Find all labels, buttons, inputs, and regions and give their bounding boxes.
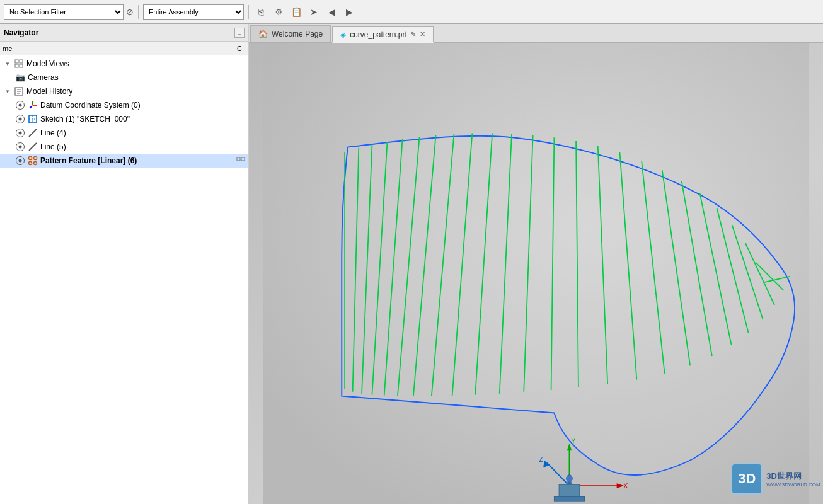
datum-icon xyxy=(28,100,38,110)
toolbar-divider-2 xyxy=(248,5,249,19)
tree-item-model-views[interactable]: ▼ Model Views xyxy=(0,57,248,71)
pattern-icon xyxy=(28,156,38,166)
tree-label-sketch: Sketch (1) "SKETCH_000" xyxy=(40,115,130,123)
tree-label-model-history: Model History xyxy=(26,87,72,96)
navigator-header: Navigator □ xyxy=(0,24,248,42)
main-layout: Navigator □ me C ▼ Model Views 📷 Cameras xyxy=(0,24,823,504)
svg-text:Y: Y xyxy=(571,437,575,445)
curve-pattern-svg: Y Z X 3D 3D世界网 WWW.3DWORLD.C xyxy=(249,43,823,504)
svg-text:Z: Z xyxy=(539,455,543,463)
toolbar-btn-4[interactable]: ➤ xyxy=(306,4,321,20)
tree-label-model-views: Model Views xyxy=(26,59,69,68)
sketch-icon xyxy=(28,114,38,124)
selection-filter-dropdown[interactable]: No Selection Filter xyxy=(4,4,124,20)
viewport: 🏠 Welcome Page ◈ curve_pattern.prt ✎ ✕ xyxy=(249,24,823,504)
tree-item-line4[interactable]: Line (4) xyxy=(0,126,248,140)
tree-label-cameras: Cameras xyxy=(28,73,59,82)
svg-rect-60 xyxy=(554,496,584,501)
toolbar-btn-3[interactable]: 📋 xyxy=(289,4,304,20)
tab-bar: 🏠 Welcome Page ◈ curve_pattern.prt ✎ ✕ xyxy=(249,24,823,43)
toolbar: No Selection Filter ⊘ Entire Assembly ⎘ … xyxy=(0,0,823,24)
svg-rect-21 xyxy=(237,158,240,161)
svg-point-18 xyxy=(34,157,37,160)
part-tab-icon: ◈ xyxy=(340,30,346,39)
navigator-tree: ▼ Model Views 📷 Cameras ▼ Model History xyxy=(0,55,248,504)
toolbar-divider-1 xyxy=(138,5,139,19)
toolbar-filter-icon: ⊘ xyxy=(126,7,134,17)
tab-part[interactable]: ◈ curve_pattern.prt ✎ ✕ xyxy=(332,26,434,43)
toolbar-btn-6[interactable]: ▶ xyxy=(342,4,357,20)
watermark-logo: 3D 3D世界网 WWW.3DWORLD.COM xyxy=(735,460,817,498)
part-tab-label: curve_pattern.prt xyxy=(350,30,407,39)
tree-item-model-history[interactable]: ▼ Model History xyxy=(0,84,248,98)
tree-item-line5[interactable]: Line (5) xyxy=(0,140,248,154)
line5-icon xyxy=(28,142,38,152)
svg-line-16 xyxy=(29,143,37,151)
navigator-collapse-btn[interactable]: □ xyxy=(234,28,245,38)
viewport-canvas[interactable]: Y Z X 3D 3D世界网 WWW.3DWORLD.C xyxy=(249,43,823,504)
tab-welcome[interactable]: 🏠 Welcome Page xyxy=(250,25,331,42)
part-tab-modified: ✎ xyxy=(411,31,416,38)
tree-item-sketch[interactable]: Sketch (1) "SKETCH_000" xyxy=(0,112,248,126)
tree-label-line4: Line (4) xyxy=(40,129,66,137)
svg-rect-22 xyxy=(241,158,245,161)
tree-item-datum[interactable]: Datum Coordinate System (0) xyxy=(0,98,248,112)
svg-point-11 xyxy=(32,105,34,106)
expand-arrow-history: ▼ xyxy=(5,89,11,94)
line4-icon xyxy=(28,128,38,138)
col-c-header: C xyxy=(233,45,246,52)
welcome-tab-icon: 🏠 xyxy=(258,30,268,38)
tree-item-cameras[interactable]: 📷 Cameras xyxy=(0,71,248,84)
navigator-panel: Navigator □ me C ▼ Model Views 📷 Cameras xyxy=(0,24,249,504)
model-views-icon xyxy=(14,59,24,69)
toolbar-btn-2[interactable]: ⚙ xyxy=(271,4,286,20)
toolbar-btn-1[interactable]: ⎘ xyxy=(253,4,268,20)
svg-point-61 xyxy=(567,475,573,483)
tree-label-pattern: Pattern Feature [Linear] (6) xyxy=(40,156,137,165)
navigator-title: Navigator xyxy=(4,28,38,37)
eye-icon-line4 xyxy=(15,128,25,138)
pattern-action-icon[interactable] xyxy=(236,155,246,167)
svg-rect-3 xyxy=(20,64,23,67)
logo-box: 3D xyxy=(731,463,763,495)
expand-arrow: ▼ xyxy=(5,61,11,67)
assembly-dropdown[interactable]: Entire Assembly xyxy=(143,4,244,20)
tree-label-datum: Datum Coordinate System (0) xyxy=(40,101,141,110)
logo-text-line2: WWW.3DWORLD.COM xyxy=(766,482,820,488)
welcome-tab-label: Welcome Page xyxy=(272,30,323,38)
svg-rect-1 xyxy=(20,60,23,63)
svg-point-17 xyxy=(29,157,32,160)
svg-rect-62 xyxy=(567,482,572,484)
eye-icon-pattern xyxy=(15,156,25,166)
svg-line-15 xyxy=(29,129,37,137)
col-name-header: me xyxy=(3,45,233,52)
tree-label-line5: Line (5) xyxy=(40,142,66,151)
svg-point-19 xyxy=(29,162,32,165)
eye-icon-sketch xyxy=(15,114,25,124)
camera-icon: 📷 xyxy=(15,72,25,83)
eye-icon-line5 xyxy=(15,142,25,152)
toolbar-btn-5[interactable]: ◀ xyxy=(324,4,339,20)
svg-rect-2 xyxy=(15,64,18,67)
navigator-columns: me C xyxy=(0,42,248,55)
tree-item-pattern[interactable]: Pattern Feature [Linear] (6) xyxy=(0,154,248,168)
svg-point-20 xyxy=(34,162,37,165)
eye-icon-datum xyxy=(15,100,25,110)
svg-text:X: X xyxy=(623,482,628,490)
history-icon xyxy=(14,86,24,96)
svg-rect-0 xyxy=(15,60,18,63)
part-tab-close[interactable]: ✕ xyxy=(420,30,425,38)
svg-rect-59 xyxy=(559,484,580,496)
logo-text-line1: 3D世界网 xyxy=(766,471,820,482)
